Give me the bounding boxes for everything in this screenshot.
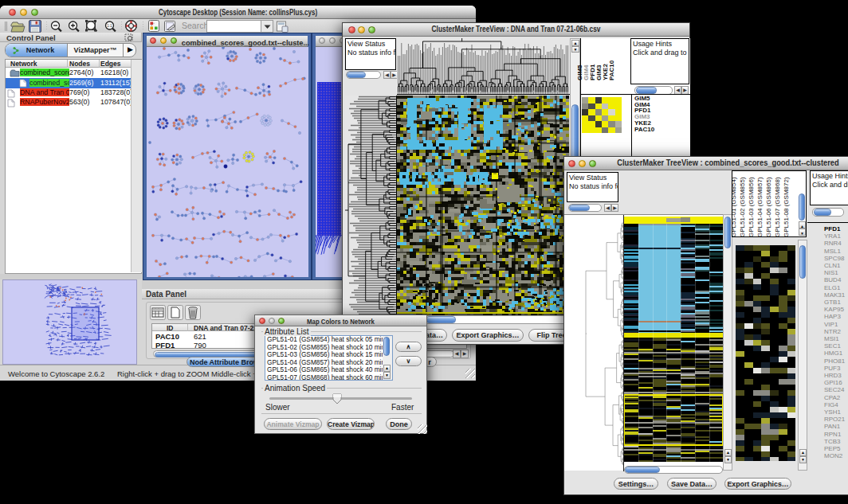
svg-text:1:1: 1:1 bbox=[107, 24, 112, 28]
svg-text:Search:: Search: bbox=[182, 21, 210, 30]
